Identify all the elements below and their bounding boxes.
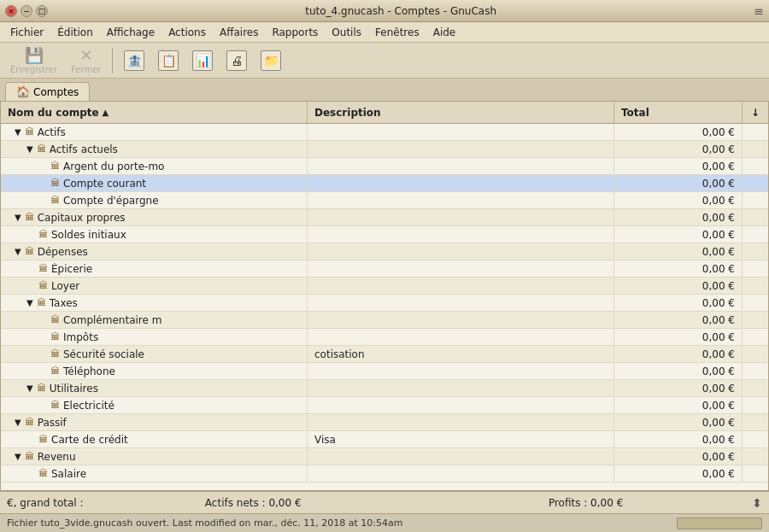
table-row[interactable]: ▼ 🏛 Utilitaires 0,00 € [1, 380, 768, 397]
print-icon: 🖨 [226, 50, 247, 71]
table-row[interactable]: 🏛 Épicerie 0,00 € [1, 260, 768, 278]
table-row[interactable]: ▼ 🏛 Actifs 0,00 € [1, 124, 768, 141]
minimize-window-button[interactable]: − [21, 5, 32, 17]
window-title: tuto_4.gnucash - Comptes - GnuCash [48, 5, 754, 17]
table-header-0[interactable]: Nom du compte▲ [1, 102, 308, 123]
account-icon: 🏛 [38, 434, 48, 445]
account-icon: 🏛 [37, 383, 46, 394]
accounts-icon: 🏦 [124, 50, 144, 71]
menu-item-aide[interactable]: Aide [426, 25, 463, 40]
account-icon: 🏛 [50, 178, 60, 189]
account-name: 🏛 Electricité [8, 400, 114, 412]
row-extra [743, 346, 768, 362]
toggle-icon[interactable]: ▼ [26, 144, 33, 154]
row-extra [743, 192, 768, 208]
table-row[interactable]: ▼ 🏛 Dépenses 0,00 € [1, 243, 768, 260]
menu-item-outils[interactable]: Outils [325, 25, 368, 40]
account-name: 🏛 Sécurité sociale [8, 348, 144, 360]
table-row[interactable]: 🏛 Salaire 0,00 € [1, 465, 768, 482]
table-row[interactable]: 🏛 Electricité 0,00 € [1, 397, 768, 414]
table-row[interactable]: 🏛 Sécurité sociale cotisation0,00 € [1, 346, 768, 363]
window-controls[interactable]: × − □ [5, 5, 48, 17]
table-row[interactable]: 🏛 Loyer 0,00 € [1, 278, 768, 295]
account-amount: 0,00 € [614, 124, 743, 140]
account-description [308, 226, 614, 243]
menu-item-actions[interactable]: Actions [161, 25, 213, 40]
table-row[interactable]: ▼ 🏛 Taxes 0,00 € [1, 295, 768, 312]
account-name: ▼ 🏛 Passif [8, 417, 67, 429]
toolbar-btn-print-icon[interactable]: 🖨 [221, 49, 252, 73]
account-description: cotisation [308, 346, 614, 362]
save-icon: 💾 [25, 46, 44, 64]
account-name: 🏛 Salaire [8, 468, 86, 480]
toolbar-btn-file-icon[interactable]: 📁 [255, 49, 286, 73]
sort-arrow-0: ▲ [103, 108, 109, 117]
accounts-table: Nom du compte▲DescriptionTotal↓ ▼ 🏛 Acti… [0, 101, 769, 491]
scroll-down-icon[interactable]: ↓ [751, 107, 760, 119]
table-header-1[interactable]: Description [308, 102, 614, 123]
menu-item-affaires[interactable]: Affaires [213, 25, 265, 40]
account-amount: 0,00 € [614, 260, 743, 277]
table-row[interactable]: 🏛 Impôts 0,00 € [1, 329, 768, 346]
row-extra [743, 312, 768, 328]
row-extra [743, 124, 768, 140]
table-row[interactable]: ▼ 🏛 Actifs actuels 0,00 € [1, 141, 768, 158]
account-name-label: Taxes [50, 297, 78, 309]
account-name-label: Complémentaire m [63, 314, 161, 326]
file-icon: 📁 [261, 50, 281, 71]
account-name-label: Actifs [38, 126, 66, 138]
ledger-icon: 📋 [158, 50, 179, 71]
toggle-icon[interactable]: ▼ [26, 383, 33, 393]
account-name-label: Revenu [38, 451, 76, 463]
row-extra [743, 414, 768, 430]
info-text: Fichier tuto_3vide.gnucash ouvert. Last … [7, 517, 403, 529]
menu-item-edition[interactable]: Édition [50, 25, 100, 40]
row-extra [743, 175, 768, 191]
scroll-button[interactable]: ⬍ [752, 496, 762, 510]
toolbar-btn-ledger-icon[interactable]: 📋 [153, 49, 184, 73]
row-extra [743, 397, 768, 413]
table-header: Nom du compte▲DescriptionTotal↓ [1, 102, 768, 124]
table-row[interactable]: 🏛 Soldes initiaux 0,00 € [1, 226, 768, 243]
table-row[interactable]: ▼ 🏛 Revenu 0,00 € [1, 448, 768, 465]
toggle-icon[interactable]: ▼ [26, 298, 33, 307]
table-row[interactable]: 🏛 Argent du porte-mo 0,00 € [1, 158, 768, 175]
table-row[interactable]: 🏛 Téléphone 0,00 € [1, 363, 768, 380]
toggle-icon[interactable]: ▼ [15, 418, 21, 427]
table-row[interactable]: 🏛 Compte courant 0,00 € [1, 175, 768, 192]
table-header-2[interactable]: Total [614, 102, 743, 123]
account-name: 🏛 Argent du porte-mo [8, 161, 164, 172]
status-bar: €, grand total : Actifs nets : 0,00 € Pr… [0, 491, 769, 513]
account-name-label: Actifs actuels [50, 143, 118, 155]
tab-label: Comptes [33, 86, 79, 98]
account-icon: 🏛 [50, 314, 60, 325]
toggle-icon[interactable]: ▼ [15, 247, 21, 256]
table-row[interactable]: 🏛 Complémentaire m 0,00 € [1, 312, 768, 329]
account-name: ▼ 🏛 Utilitaires [8, 383, 98, 395]
menu-item-affichage[interactable]: Affichage [100, 25, 161, 40]
menu-item-rapports[interactable]: Rapports [265, 25, 325, 40]
menu-item-fenetres[interactable]: Fenêtres [368, 25, 426, 40]
account-icon: 🏛 [25, 126, 34, 137]
account-amount: 0,00 € [614, 141, 743, 157]
account-description [308, 312, 614, 328]
table-row[interactable]: 🏛 Compte d'épargne 0,00 € [1, 192, 768, 209]
toggle-icon[interactable]: ▼ [15, 452, 21, 461]
close-window-button[interactable]: × [5, 5, 17, 17]
account-amount: 0,00 € [614, 312, 743, 328]
account-amount: 0,00 € [614, 209, 743, 225]
toggle-icon[interactable]: ▼ [15, 213, 21, 222]
maximize-window-button[interactable]: □ [36, 5, 48, 17]
close-icon: ✕ [79, 46, 92, 64]
table-row[interactable]: ▼ 🏛 Passif 0,00 € [1, 414, 768, 431]
menu-item-fichier[interactable]: Fichier [3, 25, 50, 40]
tab-area: 🏠 Comptes [0, 79, 769, 101]
row-extra [743, 448, 768, 465]
row-extra [743, 141, 768, 157]
table-row[interactable]: ▼ 🏛 Capitaux propres 0,00 € [1, 209, 768, 226]
comptes-tab[interactable]: 🏠 Comptes [5, 82, 90, 101]
toolbar-btn-report-icon[interactable]: 📊 [187, 49, 218, 73]
toolbar-btn-accounts-icon[interactable]: 🏦 [119, 49, 150, 73]
table-row[interactable]: 🏛 Carte de crédit Visa0,00 € [1, 431, 768, 448]
toggle-icon[interactable]: ▼ [15, 127, 21, 137]
